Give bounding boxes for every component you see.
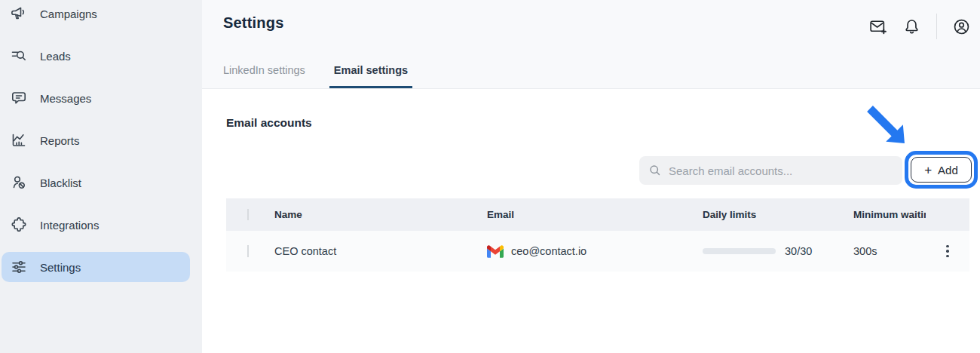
annotation-arrow-icon [849,100,920,160]
sidebar-item-label: Leads [40,50,71,63]
table-row: CEO contact ceo@contact.io 30/3 [226,231,969,272]
account-email: ceo@contact.io [511,245,586,257]
settings-tabs: LinkedIn settings Email settings [223,64,412,88]
sidebar-item-campaigns[interactable]: Campaigns [2,0,190,29]
row-actions-kebab-icon[interactable] [937,241,958,262]
select-all-checkbox[interactable] [247,209,249,220]
account-email-cell: ceo@contact.io [487,245,703,258]
topbar-divider [936,14,937,39]
chart-icon [11,132,27,149]
tab-linkedin-settings[interactable]: LinkedIn settings [219,64,310,88]
table-header-row: Name Email Daily limits Minimum waiting [226,198,969,231]
sidebar: Campaigns Leads Messages [0,0,202,353]
page-header: Settings LinkedIn settings Email setting… [202,0,980,89]
mail-plus-icon[interactable] [868,17,887,36]
row-checkbox[interactable] [247,245,249,257]
sidebar-item-label: Settings [40,261,81,274]
sliders-icon [11,259,27,275]
search-input[interactable] [669,164,893,177]
annotation-highlight-ring: + Add [905,151,978,189]
minimum-waiting-value: 300s [853,245,926,257]
add-button[interactable]: + Add [911,157,972,183]
tab-email-settings[interactable]: Email settings [329,64,412,88]
account-name: CEO contact [274,245,487,257]
daily-limits-cell: 30/30 [703,245,853,257]
megaphone-icon [11,5,27,22]
puzzle-icon [11,216,27,233]
sidebar-item-leads[interactable]: Leads [2,41,190,71]
sidebar-item-reports[interactable]: Reports [2,125,190,155]
column-header-daily-limits: Daily limits [703,209,853,220]
search-box [639,156,902,185]
add-button-label: Add [938,164,958,176]
profile-icon[interactable] [952,17,971,36]
user-block-icon [11,174,27,191]
daily-limit-value: 30/30 [785,245,812,257]
sidebar-item-settings[interactable]: Settings [2,252,190,282]
topbar-actions [868,14,971,39]
sidebar-item-label: Blacklist [40,176,81,189]
sidebar-item-blacklist[interactable]: Blacklist [2,167,190,198]
column-header-name: Name [274,209,487,220]
email-accounts-table: Name Email Daily limits Minimum waiting … [226,198,969,272]
sidebar-item-label: Reports [40,134,80,147]
column-header-email: Email [487,209,703,220]
sidebar-item-integrations[interactable]: Integrations [2,210,190,240]
message-bubble-icon [11,90,27,106]
main-panel: Settings LinkedIn settings Email setting… [202,0,980,353]
bell-icon[interactable] [902,17,921,36]
leads-search-icon [11,48,27,64]
sidebar-item-messages[interactable]: Messages [2,83,190,113]
sidebar-item-label: Integrations [40,219,99,232]
plus-icon: + [924,164,932,176]
app-window: Campaigns Leads Messages [0,0,980,353]
daily-limit-progress-bar [703,248,776,254]
section-title: Email accounts [226,116,312,130]
page-title: Settings [223,14,284,32]
column-header-minimum-waiting: Minimum waiting [853,209,926,220]
sidebar-item-label: Campaigns [40,8,97,20]
sidebar-item-label: Messages [40,92,91,105]
gmail-icon [487,245,504,258]
search-icon [648,164,662,177]
